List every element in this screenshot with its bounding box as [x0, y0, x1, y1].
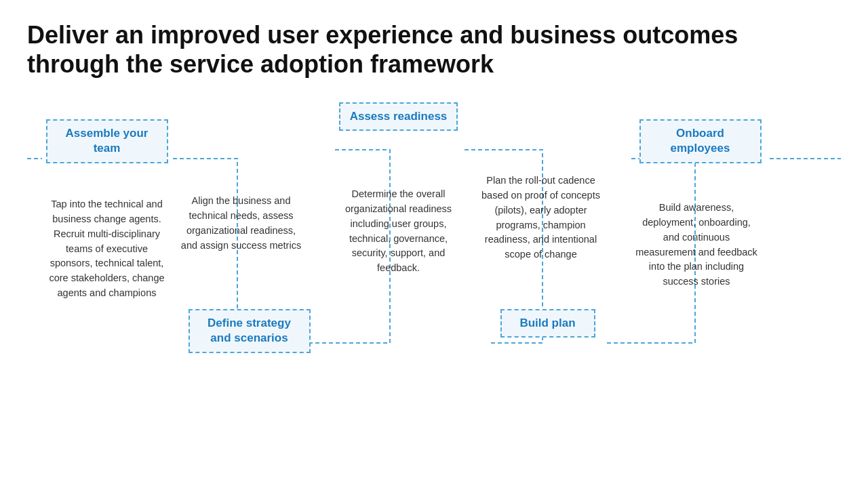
- assemble-label-box: Assemble your team: [46, 119, 168, 163]
- assess-desc-text: Determine the overall organizational rea…: [332, 187, 465, 276]
- assess-label-box: Assess readiness: [339, 102, 458, 131]
- diagram-area: Assemble your team Tap into the technica…: [27, 99, 841, 411]
- page-title: Deliver an improved user experience and …: [27, 20, 773, 79]
- build-description: Plan the roll-out cadence based on proof…: [475, 174, 610, 262]
- onboard-label-box: Onboard employees: [639, 119, 762, 163]
- node-define: Define strategy and scenarios: [183, 309, 315, 352]
- define-desc-text: Align the business and technical needs, …: [175, 194, 307, 253]
- assess-description: Determine the overall organizational rea…: [332, 187, 465, 276]
- assemble-label: Assemble your team: [66, 127, 149, 155]
- node-onboard: Onboard employees: [631, 119, 770, 163]
- define-label-box: Define strategy and scenarios: [189, 309, 311, 352]
- onboard-description: Build awareness, deployment, onboarding,…: [625, 201, 768, 289]
- define-label: Define strategy and scenarios: [208, 317, 291, 344]
- node-assemble: Assemble your team: [41, 119, 173, 163]
- assemble-desc-text: Tap into the technical and business chan…: [41, 197, 173, 300]
- build-desc-text: Plan the roll-out cadence based on proof…: [475, 174, 607, 262]
- node-build: Build plan: [488, 309, 607, 338]
- build-label: Build plan: [519, 317, 575, 329]
- onboard-label: Onboard employees: [671, 127, 730, 155]
- node-assess: Assess readiness: [332, 102, 465, 131]
- build-label-box: Build plan: [500, 309, 595, 338]
- define-description: Align the business and technical needs, …: [175, 194, 307, 253]
- assemble-description: Tap into the technical and business chan…: [41, 197, 173, 300]
- onboard-desc-text: Build awareness, deployment, onboarding,…: [631, 201, 763, 289]
- assess-label: Assess readiness: [350, 110, 448, 123]
